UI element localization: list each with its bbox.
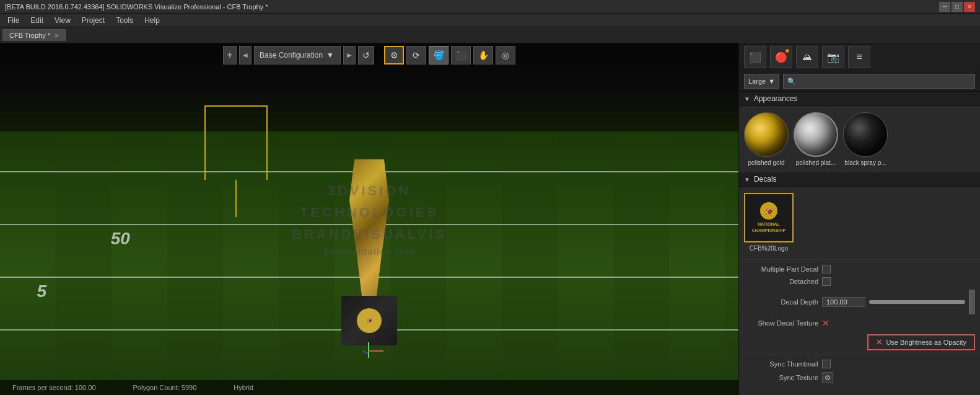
viewport-background: 50 5 🏈: [0, 43, 738, 395]
show-decal-texture-row: Show Decal Texture ✕: [744, 318, 975, 328]
black-label: black spray p...: [844, 159, 886, 166]
platinum-label: polished plat...: [796, 159, 836, 166]
slider-right-handle[interactable]: [969, 290, 975, 314]
appearance-gold[interactable]: polished gold: [744, 112, 789, 166]
decals-label: Decals: [754, 175, 777, 184]
minimize-button[interactable]: ─: [939, 2, 950, 12]
z-axis: [363, 350, 368, 354]
decal-cfb-logo[interactable]: 🏈 NATIONAL CHAMPIONSHIP CFB%20Logo: [744, 193, 794, 252]
title-text: [BETA BUILD 2016.0.742.43364] SOLIDWORKS…: [5, 3, 268, 11]
menu-file[interactable]: File: [2, 15, 24, 26]
menu-edit[interactable]: Edit: [25, 15, 48, 26]
decal-thumbnail: 🏈 NATIONAL CHAMPIONSHIP: [744, 193, 794, 242]
tab-label: CFB Trophy *: [9, 32, 50, 39]
trophy-base: 🏈: [341, 296, 397, 345]
nav-right-button[interactable]: ►: [343, 46, 356, 64]
brightness-x-icon: ✕: [876, 338, 882, 347]
decals-section-header[interactable]: ▼ Decals: [739, 172, 980, 187]
panel-model-icon[interactable]: 🔴: [770, 46, 792, 68]
menu-bar: File Edit View Project Tools Help: [0, 14, 980, 27]
viewport-area[interactable]: + ◄ Base Configuration ▼ ► ↺ ⚙ ⟳ 🪣 ⬛ ✋ ◎…: [0, 43, 738, 395]
lathe-icon-button[interactable]: ⟳: [406, 46, 426, 64]
decal-depth-slider-fill: [869, 300, 965, 304]
sync-texture-row: Sync Texture ⚙: [744, 372, 975, 383]
panel-layers-icon[interactable]: ≡: [848, 46, 870, 68]
brightness-section: ✕ Use Brightness as Opacity: [867, 334, 975, 350]
nav-left-button[interactable]: ◄: [239, 46, 252, 64]
panel-camera-icon[interactable]: 📷: [822, 46, 844, 68]
field-number-bottom: 5: [37, 282, 47, 301]
detached-label: Detached: [744, 278, 818, 285]
panel-search-bar: Large ▼: [739, 71, 980, 92]
panel-environment-icon[interactable]: ⛰: [796, 46, 818, 68]
appearances-section-header[interactable]: ▼ Appearances: [739, 92, 980, 106]
goal-post-upright-right: [266, 105, 268, 180]
properties-section: Multiple Part Decal Detached Decal Depth…: [739, 261, 980, 332]
gold-label: polished gold: [748, 159, 785, 166]
appearance-platinum[interactable]: polished plat...: [794, 112, 838, 166]
config-dropdown[interactable]: Base Configuration ▼: [254, 46, 341, 64]
goal-post-stem: [235, 180, 237, 217]
poly-count-display: Polygon Count: 5990: [133, 384, 197, 391]
toolbar: + ◄ Base Configuration ▼ ► ↺ ⚙ ⟳ 🪣 ⬛ ✋ ◎: [223, 46, 515, 64]
tab-cfb-trophy[interactable]: CFB Trophy * ✕: [2, 29, 66, 41]
brightness-button-label: Use Brightness as Opacity: [886, 339, 966, 346]
size-dropdown[interactable]: Large ▼: [744, 74, 779, 89]
crosshair-icon-button[interactable]: ◎: [496, 46, 515, 64]
sync-thumbnail-row: Sync Thumbnail: [744, 360, 975, 368]
close-button[interactable]: ✕: [964, 2, 975, 12]
title-bar: [BETA BUILD 2016.0.742.43364] SOLIDWORKS…: [0, 0, 980, 14]
trophy-body: [344, 159, 394, 296]
panel-appearance-icon[interactable]: ⬛: [744, 46, 766, 68]
menu-tools[interactable]: Tools: [111, 15, 138, 26]
gear-icon-button[interactable]: ⚙: [384, 46, 404, 64]
bottom-props: Sync Thumbnail Sync Texture ⚙: [739, 356, 980, 387]
sync-texture-label: Sync Texture: [744, 374, 818, 381]
tab-close-icon[interactable]: ✕: [54, 32, 59, 39]
appearances-grid: polished gold polished plat... black spr…: [739, 106, 980, 172]
tab-bar: CFB Trophy * ✕: [0, 27, 980, 43]
use-brightness-opacity-button[interactable]: ✕ Use Brightness as Opacity: [867, 334, 975, 350]
field-number-left: 50: [111, 229, 130, 249]
trophy-model: 🏈: [341, 159, 397, 358]
multiple-part-decal-row: Multiple Part Decal: [744, 265, 975, 273]
show-decal-texture-x-icon[interactable]: ✕: [822, 318, 829, 328]
show-decal-texture-label: Show Decal Texture: [744, 319, 818, 327]
search-input[interactable]: [783, 74, 975, 89]
menu-view[interactable]: View: [50, 15, 76, 26]
cube-icon-button[interactable]: ⬛: [451, 46, 471, 64]
dropdown-arrow-icon: ▼: [326, 51, 334, 60]
appearance-black[interactable]: black spray p...: [843, 112, 888, 166]
sync-thumbnail-checkbox[interactable]: [822, 360, 831, 368]
size-dropdown-arrow-icon: ▼: [768, 78, 775, 85]
hand-icon-button[interactable]: ✋: [473, 46, 493, 64]
fps-display: Frames per second: 100.00: [12, 384, 96, 391]
add-button[interactable]: +: [223, 46, 237, 64]
detached-row: Detached: [744, 277, 975, 286]
trophy-base-logo: 🏈: [357, 308, 382, 333]
gold-sphere: [744, 112, 789, 157]
panel-top-icons: ⬛ 🔴 ⛰ 📷 ≡: [739, 43, 980, 71]
paint-bucket-icon-button[interactable]: 🪣: [429, 46, 448, 64]
multiple-part-decal-checkbox[interactable]: [822, 265, 831, 273]
decal-depth-label: Decal Depth: [744, 298, 818, 306]
title-bar-controls: ─ □ ✕: [939, 2, 975, 12]
size-dropdown-label: Large: [748, 78, 766, 85]
menu-project[interactable]: Project: [77, 15, 110, 26]
right-panel: ⬛ 🔴 ⛰ 📷 ≡ Large ▼ ▼ Appearances polished…: [738, 43, 980, 395]
decal-depth-slider[interactable]: [869, 300, 965, 304]
maximize-button[interactable]: □: [952, 2, 963, 12]
decal-championship-text: CHAMPIONSHIP: [752, 228, 785, 233]
render-mode-display: Hybrid: [234, 384, 253, 391]
refresh-button[interactable]: ↺: [358, 46, 374, 64]
detached-checkbox[interactable]: [822, 277, 831, 286]
decal-depth-value[interactable]: 100.00: [822, 297, 865, 307]
menu-help[interactable]: Help: [139, 15, 165, 26]
decal-logo-circle: 🏈: [760, 202, 777, 220]
platinum-sphere: [794, 112, 838, 157]
goal-post-crossbar: [204, 105, 268, 107]
sync-thumbnail-label: Sync Thumbnail: [744, 360, 818, 368]
sync-texture-icon[interactable]: ⚙: [822, 372, 833, 383]
decal-depth-row: Decal Depth 100.00: [744, 290, 975, 314]
black-sphere: [843, 112, 888, 157]
